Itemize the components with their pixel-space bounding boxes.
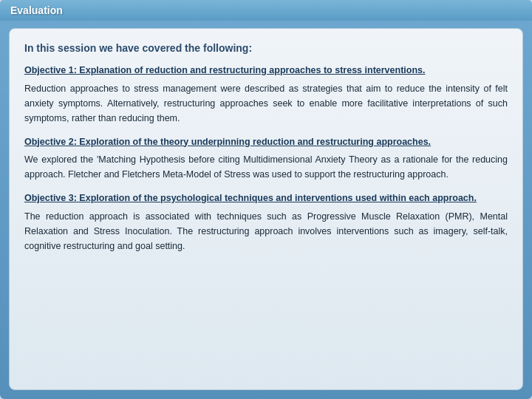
objective-2-title-text: Exploration of the theory underpinning r… xyxy=(77,137,431,147)
objective-2-label: Objective 2: xyxy=(24,137,77,147)
objective-1-label: Objective 1: xyxy=(24,65,77,75)
objective-2-body: We explored the 'Matching Hypothesis bef… xyxy=(24,152,508,182)
objective-1-block: Objective 1: Explanation of reduction an… xyxy=(24,64,508,126)
evaluation-card: In this session we have covered the foll… xyxy=(9,28,523,390)
title-text: Evaluation xyxy=(10,4,63,16)
objective-2-title: Objective 2: Exploration of the theory u… xyxy=(24,136,508,149)
objective-1-title: Objective 1: Explanation of reduction an… xyxy=(24,64,508,78)
objective-1-body: Reduction approaches to stress managemen… xyxy=(24,81,508,126)
objective-3-label: Objective 3: xyxy=(24,193,77,203)
title-bar: Evaluation xyxy=(0,0,532,21)
content-area: In this session we have covered the foll… xyxy=(0,21,532,399)
objective-1-title-text: Explanation of reduction and restructuri… xyxy=(77,65,426,75)
card-heading: In this session we have covered the foll… xyxy=(24,42,508,54)
objective-3-title-text: Exploration of the psychological techniq… xyxy=(77,193,477,203)
objective-3-title: Objective 3: Exploration of the psycholo… xyxy=(24,192,508,205)
main-window: Evaluation In this session we have cover… xyxy=(0,0,532,399)
objective-2-block: Objective 2: Exploration of the theory u… xyxy=(24,136,508,183)
objective-3-body: The reduction approach is associated wit… xyxy=(24,209,508,253)
objective-3-block: Objective 3: Exploration of the psycholo… xyxy=(24,192,508,253)
